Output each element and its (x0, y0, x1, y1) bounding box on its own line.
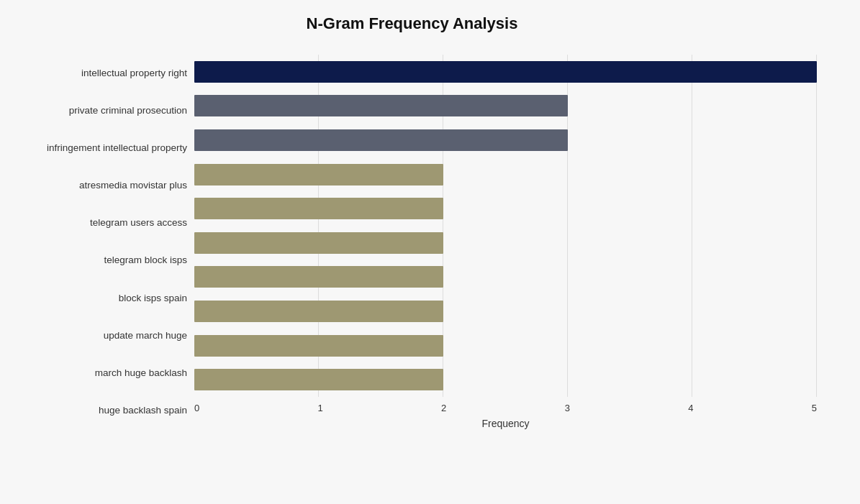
x-axis: 012345 (194, 397, 817, 413)
y-label: update march huge (7, 330, 187, 342)
x-tick: 4 (688, 403, 693, 413)
y-label: huge backlash spain (7, 405, 187, 416)
bar (194, 266, 443, 288)
bar-row (194, 58, 817, 86)
bar-row (194, 229, 817, 257)
y-label: telegram block isps (7, 255, 187, 266)
y-label: intellectual property right (7, 68, 187, 79)
bar (194, 198, 443, 219)
chart-area: intellectual property rightprivate crimi… (7, 55, 817, 429)
bars-wrapper (194, 55, 817, 397)
bars-section: 012345 Frequency (194, 55, 817, 429)
y-label: atresmedia movistar plus (7, 180, 187, 191)
bar (194, 232, 443, 254)
bar (194, 95, 568, 116)
x-tick: 2 (441, 403, 446, 413)
x-tick: 1 (318, 403, 323, 413)
bar-row (194, 263, 817, 290)
bar-row (194, 161, 817, 188)
bar (194, 335, 443, 357)
bar-row (194, 127, 817, 154)
bar (194, 369, 443, 390)
chart-title: N-Gram Frequency Analysis (7, 14, 817, 33)
bar-row (194, 298, 817, 325)
chart-container: N-Gram Frequency Analysis intellectual p… (0, 0, 860, 504)
y-label: private criminal prosecution (7, 105, 187, 116)
y-label: march huge backlash (7, 367, 187, 379)
y-axis: intellectual property rightprivate crimi… (7, 55, 194, 429)
bar-row (194, 366, 817, 393)
bar-row (194, 332, 817, 359)
x-tick: 0 (194, 403, 199, 413)
y-label: telegram users access (7, 217, 187, 229)
x-tick: 5 (812, 403, 817, 413)
bar (194, 164, 443, 185)
bar-row (194, 195, 817, 222)
x-axis-label: Frequency (194, 418, 817, 429)
x-tick: 3 (565, 403, 570, 413)
y-label: block isps spain (7, 293, 187, 304)
bar (194, 129, 568, 151)
bar (194, 61, 817, 83)
bar (194, 301, 443, 322)
bar-row (194, 92, 817, 119)
y-label: infringement intellectual property (7, 142, 187, 154)
